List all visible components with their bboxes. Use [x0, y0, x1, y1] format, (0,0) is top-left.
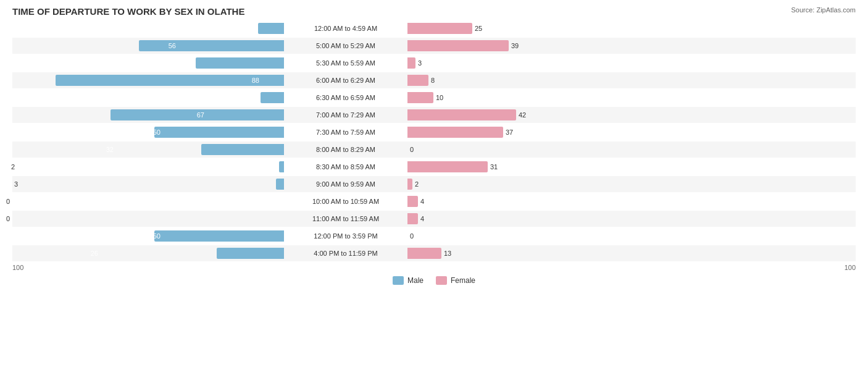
value-female: 0	[410, 146, 414, 153]
table-row: 28:30 AM to 8:59 AM31	[12, 159, 856, 175]
value-female: 3	[418, 59, 422, 67]
value-male: 50	[153, 129, 161, 136]
value-female: 42	[519, 111, 526, 119]
bar-female	[407, 23, 472, 34]
chart-title: TIME OF DEPARTURE TO WORK BY SEX IN OLAT…	[12, 6, 856, 17]
row-label: 6:30 AM to 6:59 AM	[284, 94, 407, 101]
bar-female	[407, 57, 415, 69]
bar-male	[279, 161, 284, 172]
row-label: 12:00 AM to 4:59 AM	[284, 25, 407, 32]
table-row: 507:30 AM to 7:59 AM37	[12, 124, 856, 140]
bar-male	[261, 92, 284, 103]
table-row: 5012:00 PM to 3:59 PM0	[12, 228, 856, 244]
value-female: 10	[436, 94, 443, 101]
table-row: 010:00 AM to 10:59 AM4	[12, 193, 856, 209]
legend-female: Female	[436, 276, 475, 285]
axis-left-label: 100	[12, 264, 23, 271]
value-male: 67	[197, 111, 204, 119]
value-male: 34	[112, 59, 119, 67]
value-male: 26	[91, 250, 98, 257]
bar-female	[407, 213, 418, 224]
value-male: 0	[6, 198, 10, 205]
legend-female-box	[436, 276, 447, 285]
row-label: 7:00 AM to 7:29 AM	[284, 111, 407, 119]
bar-male	[139, 40, 284, 51]
bar-female	[407, 248, 441, 259]
value-male: 9	[51, 94, 54, 101]
bar-female	[407, 109, 516, 120]
value-male: 2	[11, 163, 15, 171]
value-female: 0	[410, 232, 414, 240]
bottom-axis: 100 100	[12, 264, 856, 271]
table-row: 1012:00 AM to 4:59 AM25	[12, 20, 856, 36]
source-text: Source: ZipAtlas.com	[791, 6, 856, 14]
value-female: 8	[431, 77, 435, 84]
bar-male	[201, 144, 284, 155]
row-label: 12:00 PM to 3:59 PM	[284, 232, 407, 240]
bar-female	[407, 40, 509, 51]
value-female: 4	[420, 215, 424, 222]
bar-female	[407, 75, 428, 86]
table-row: 264:00 PM to 11:59 PM13	[12, 245, 856, 261]
value-male: 32	[106, 146, 114, 153]
bar-male	[154, 230, 284, 242]
value-female: 31	[490, 163, 498, 171]
row-label: 5:30 AM to 5:59 AM	[284, 59, 407, 67]
value-male: 3	[14, 180, 18, 188]
value-female: 2	[415, 180, 419, 188]
table-row: 886:00 AM to 6:29 AM8	[12, 72, 856, 88]
chart-area: 1012:00 AM to 4:59 AM25565:00 AM to 5:29…	[12, 20, 856, 261]
legend-male: Male	[393, 276, 424, 285]
table-row: 011:00 AM to 11:59 AM4	[12, 211, 856, 227]
value-female: 37	[506, 129, 513, 136]
legend: Male Female	[12, 276, 856, 285]
bar-female	[407, 161, 488, 172]
table-row: 39:00 AM to 9:59 AM2	[12, 176, 856, 192]
value-male: 10	[49, 25, 57, 32]
table-row: 328:00 AM to 8:29 AM0	[12, 141, 856, 158]
bar-male	[276, 179, 284, 190]
chart-container: TIME OF DEPARTURE TO WORK BY SEX IN OLAT…	[0, 0, 868, 367]
row-label: 5:00 AM to 5:29 AM	[284, 42, 407, 49]
row-label: 8:30 AM to 8:59 AM	[284, 163, 407, 171]
legend-male-label: Male	[407, 276, 424, 285]
bar-male	[196, 57, 284, 69]
row-label: 6:00 AM to 6:29 AM	[284, 77, 407, 84]
row-label: 7:30 AM to 7:59 AM	[284, 129, 407, 136]
legend-male-box	[393, 276, 404, 285]
value-male: 50	[153, 232, 161, 240]
value-male: 0	[6, 215, 10, 222]
row-label: 9:00 AM to 9:59 AM	[284, 180, 407, 188]
row-label: 11:00 AM to 11:59 AM	[284, 215, 407, 222]
bar-male	[217, 248, 284, 259]
row-label: 4:00 PM to 11:59 PM	[284, 250, 407, 257]
table-row: 677:00 AM to 7:29 AM42	[12, 107, 856, 123]
row-label: 10:00 AM to 10:59 AM	[284, 198, 407, 205]
bar-female	[407, 127, 503, 138]
bar-male	[258, 23, 284, 34]
value-female: 39	[511, 42, 519, 49]
bar-male	[154, 127, 284, 138]
value-female: 25	[475, 25, 482, 32]
row-label: 8:00 AM to 8:29 AM	[284, 146, 407, 153]
bar-female	[407, 196, 418, 207]
table-row: 345:30 AM to 5:59 AM3	[12, 55, 856, 71]
legend-female-label: Female	[451, 276, 475, 285]
value-female: 4	[420, 198, 424, 205]
bar-female	[407, 179, 412, 190]
table-row: 565:00 AM to 5:29 AM39	[12, 38, 856, 54]
value-male: 88	[252, 77, 259, 84]
bar-male	[56, 75, 284, 86]
axis-right-label: 100	[845, 264, 856, 271]
table-row: 96:30 AM to 6:59 AM10	[12, 90, 856, 106]
value-female: 13	[444, 250, 451, 257]
value-male: 56	[169, 42, 176, 49]
bar-female	[407, 92, 433, 103]
